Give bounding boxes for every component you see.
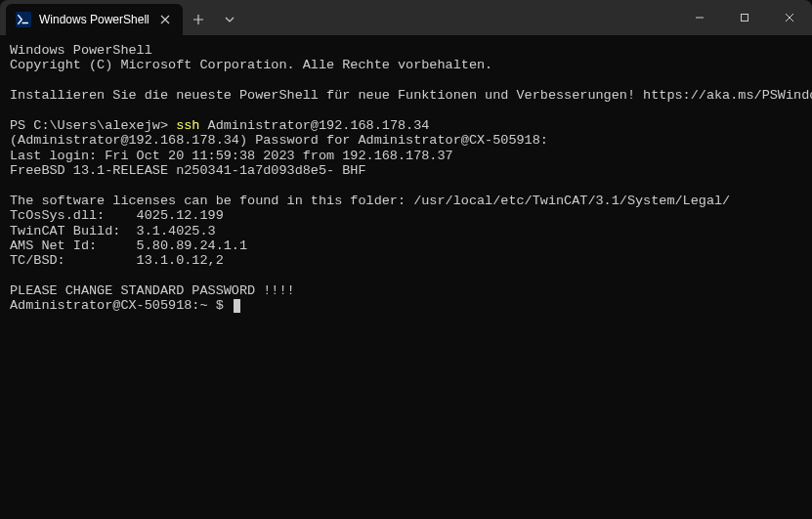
terminal-viewport[interactable]: Windows PowerShell Copyright (C) Microso… xyxy=(0,35,812,322)
ssh-args: Administrator@192.168.178.34 xyxy=(199,118,429,133)
powershell-icon xyxy=(16,12,31,27)
close-button[interactable] xyxy=(767,0,812,35)
cursor xyxy=(234,299,240,313)
tab-strip: Windows PowerShell xyxy=(0,0,245,35)
tab-close-button[interactable] xyxy=(157,12,173,27)
titlebar-drag-region[interactable] xyxy=(245,0,677,35)
info-build: TwinCAT Build: 3.1.4025.3 xyxy=(10,224,216,238)
tab-dropdown-button[interactable] xyxy=(214,4,245,35)
minimize-button[interactable] xyxy=(677,0,722,35)
info-tcossys: TcOsSys.dll: 4025.12.199 xyxy=(10,208,224,223)
ps-prompt: PS C:\Users\alexejw> xyxy=(10,118,176,133)
last-login-line: Last login: Fri Oct 20 11:59:38 2023 fro… xyxy=(10,149,453,163)
new-tab-button[interactable] xyxy=(183,4,214,35)
info-tcbsd: TC/BSD: 13.1.0.12,2 xyxy=(10,253,224,268)
install-hint: Installieren Sie die neueste PowerShell … xyxy=(10,88,812,103)
shell-prompt: Administrator@CX-505918:~ $ xyxy=(10,298,232,313)
window-titlebar: Windows PowerShell xyxy=(0,0,812,35)
license-line: The software licenses can be found in th… xyxy=(10,194,730,208)
freebsd-line: FreeBSD 13.1-RELEASE n250341-1a7d093d8e5… xyxy=(10,163,366,178)
tab-title: Windows PowerShell xyxy=(39,13,150,26)
window-controls xyxy=(677,0,812,35)
password-prompt: (Administrator@192.168.178.34) Password … xyxy=(10,133,548,148)
header-line-1: Windows PowerShell xyxy=(10,43,152,58)
svg-rect-0 xyxy=(742,15,748,22)
password-warning: PLEASE CHANGE STANDARD PASSWORD !!!! xyxy=(10,283,295,298)
info-ams: AMS Net Id: 5.80.89.24.1.1 xyxy=(10,238,247,253)
tab-powershell[interactable]: Windows PowerShell xyxy=(6,4,183,35)
maximize-button[interactable] xyxy=(722,0,767,35)
header-line-2: Copyright (C) Microsoft Corporation. All… xyxy=(10,58,492,72)
ssh-command: ssh xyxy=(176,118,199,133)
